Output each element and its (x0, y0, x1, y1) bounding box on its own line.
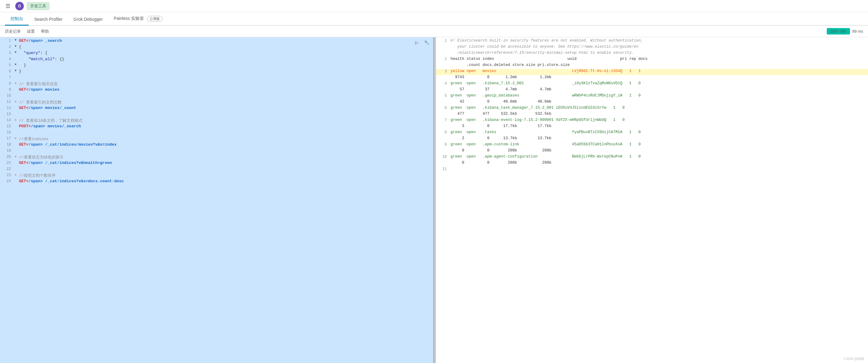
settings-wrench-button[interactable]: 🔧 (423, 38, 431, 46)
line-number: 3 (2, 51, 11, 55)
settings-button[interactable]: 设置 (27, 29, 35, 34)
line-number: 21 (2, 161, 11, 165)
output-line-number (438, 75, 447, 75)
editor-line: 19 (0, 148, 433, 155)
response-time: 89 ms (852, 29, 863, 34)
output-text: your cluster could be accessible to anyo… (451, 44, 866, 49)
output-line-number: 11 (438, 167, 447, 171)
output-line: 1#! Elasticsearch built-in security feat… (436, 38, 868, 44)
output-line: 0 0 208b 208b (436, 148, 868, 155)
output-line-number (438, 124, 447, 124)
output-line-number: 10 (438, 155, 447, 159)
output-text: green open .apm-custom-link 45aD5Sb3TCaH… (451, 142, 866, 146)
avatar: D (15, 2, 24, 10)
output-text: green open .kibana_task_manager_7.15.2_0… (451, 106, 866, 110)
editor-panel: ▷ 🔧 1▼GET</span> _search2▼{3▼ "query": {… (0, 37, 434, 363)
output-text: 0 0 208b 208b (451, 161, 866, 165)
line-number: 12 (2, 106, 11, 110)
line-number: 20 (2, 155, 11, 159)
help-button[interactable]: 帮助 (41, 29, 49, 34)
editor-line: 1▼GET</span> _search (0, 38, 433, 44)
editor-line: 3▼ "query": { (0, 51, 433, 57)
output-text: 0 0 208b 208b (451, 148, 866, 153)
output-line: .count docs.deleted store.size pri.store… (436, 63, 868, 69)
error-x-icon: ✕ (13, 81, 18, 85)
editor-line: 4 "match_all": {} (0, 57, 433, 63)
line-content: GET</span> /_cat/indices?v&health=green (19, 161, 431, 165)
run-button[interactable]: ▷ (413, 38, 421, 46)
output-line: 3 0 17.7kb 17.7kb (436, 124, 868, 130)
line-number: 8 (2, 81, 11, 86)
editor-line: 21GET</span> /_cat/indices?v&health=gree… (0, 161, 433, 167)
line-number: 6 (2, 69, 11, 74)
output-line-number (438, 87, 447, 88)
line-number: 2 (2, 44, 11, 49)
line-number: 9 (2, 87, 11, 92)
wrench-icon: 🔧 (424, 40, 429, 45)
line-number: 16 (2, 130, 11, 135)
output-line: 42 0 40.6mb 40.6mb (436, 100, 868, 106)
tab-console[interactable]: 控制台 (5, 13, 29, 26)
error-x-icon: ✕ (13, 173, 18, 177)
editor-line: 9GET</span> movies (0, 87, 433, 93)
line-number: 7 (2, 75, 11, 80)
output-text: green open .kibana_7.15.2_001 _i8ySK2zTv… (451, 81, 866, 86)
collapse-arrow-icon: ▼ (13, 69, 18, 72)
line-number: 23 (2, 173, 11, 177)
output-line: 9743 0 1.2mb 1.2mb (436, 75, 868, 81)
collapse-arrow-icon: ▼ (13, 44, 18, 48)
output-text: 42 0 40.6mb 40.6mb (451, 100, 866, 104)
output-line: 2health status index uuid pri rep docs (436, 57, 868, 63)
editor-line: 10 (0, 93, 433, 100)
output-text: green open .geoip_databases wRWhP4csRdCJ… (451, 93, 866, 98)
line-number: 17 (2, 136, 11, 141)
play-icon: ▷ (415, 40, 418, 45)
line-content: GET</span> movies/_count (19, 106, 431, 110)
top-bar: ☰ D 开发工具 (0, 0, 868, 12)
error-x-icon: ✕ (13, 118, 18, 122)
output-text: 9743 0 1.2mb 1.2mb (451, 75, 866, 79)
line-content: "query": { (19, 51, 431, 55)
output-text: /elasticsearch/reference/7.15/security-m… (451, 51, 866, 55)
output-line: 11 (436, 167, 868, 173)
line-number: 14 (2, 118, 11, 123)
output-text: health status index uuid pri rep docs (451, 57, 866, 61)
line-number: 19 (2, 148, 11, 153)
output-text: 3 0 17.7kb 17.7kb (451, 124, 866, 128)
error-x-icon: ✕ (13, 155, 18, 159)
output-text: #! Elasticsearch built-in security featu… (451, 38, 866, 43)
output-line-number (438, 63, 447, 63)
output-line: 4green open .kibana_7.15.2_001 _i8ySK2zT… (436, 81, 868, 87)
line-content: GET</span> movies (19, 87, 431, 92)
line-content: "match_all": {} (19, 57, 431, 61)
tab-search-profiler[interactable]: Search Profiler (29, 14, 68, 26)
output-line: /elasticsearch/reference/7.15/security-m… (436, 51, 868, 57)
line-number: 5 (2, 63, 11, 67)
editor-line: 14✕// 查看前10条文档，了解文档格式 (0, 118, 433, 124)
line-number: 10 (2, 93, 11, 98)
hamburger-icon: ☰ (5, 3, 10, 9)
line-number: 13 (2, 112, 11, 116)
output-line-number (438, 148, 447, 149)
status-area: 200 - OK 89 ms (827, 28, 863, 34)
output-line-number: 4 (438, 81, 447, 86)
editor-line: 11✕// 查看索引的文档总数 (0, 100, 433, 106)
tab-painless[interactable]: Painless 实验室 公测版 (108, 13, 168, 26)
line-content: { (19, 44, 431, 49)
output-text: 477 477 532.5kb 532.5kb (451, 112, 866, 116)
output-panel: 1#! Elasticsearch built-in security feat… (436, 37, 868, 363)
line-content: } (19, 63, 431, 67)
output-line: 2 0 13.7kb 13.7kb (436, 136, 868, 142)
history-button[interactable]: 历史记录 (5, 29, 21, 34)
line-content: //查看indices (19, 136, 431, 142)
tab-grok-debugger[interactable]: Grok Debugger (68, 14, 108, 26)
line-number: 22 (2, 167, 11, 171)
line-content: GET</span> _search (19, 38, 431, 43)
output-text: yellow open movies LVjR601-Tt-Hs-ol-i3S4… (451, 69, 866, 73)
editor-area[interactable]: 1▼GET</span> _search2▼{3▼ "query": {4 "m… (0, 37, 433, 363)
dev-tools-button[interactable]: 开发工具 (27, 2, 50, 10)
hamburger-button[interactable]: ☰ (4, 2, 12, 10)
error-x-icon: ✕ (13, 100, 18, 103)
editor-line: 8✕// 查看索引相关信息 (0, 81, 433, 87)
output-line-number (438, 44, 447, 45)
